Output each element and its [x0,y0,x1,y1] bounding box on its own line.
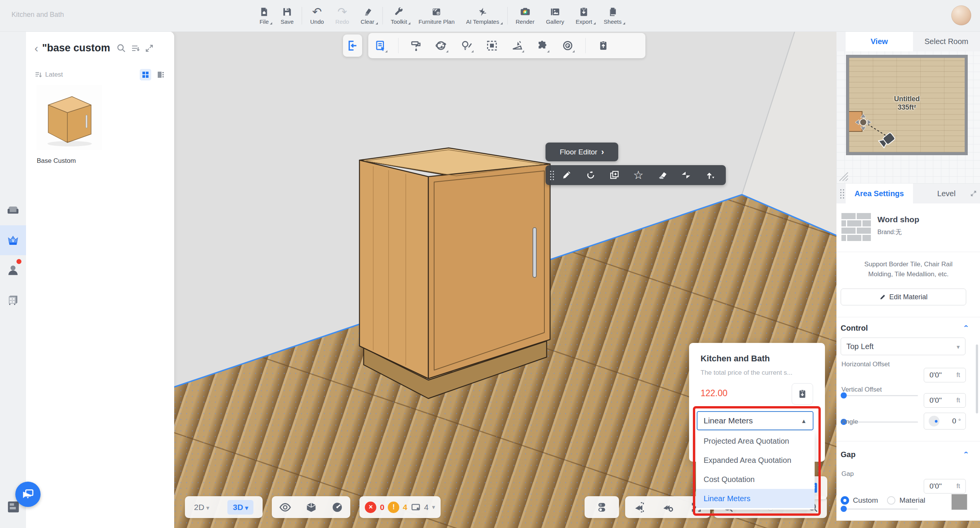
sort-icon[interactable] [34,71,43,79]
panel-scrollbar[interactable] [976,344,978,413]
paint-roller-tool[interactable] [408,37,424,54]
chat-button[interactable] [15,482,41,507]
render-button[interactable]: Render [510,0,540,31]
h-offset-input[interactable]: 0'0'' ft [924,368,966,382]
rotate-button[interactable] [578,165,602,185]
favorite-button[interactable]: ☆ [626,165,650,185]
cabinet-3d[interactable] [359,148,550,398]
export-quote-button[interactable] [792,383,813,405]
gap-custom-label: Custom [853,496,878,505]
grid-view-toggle[interactable] [140,69,151,80]
gap-input[interactable]: 0'0'' ft [924,479,966,494]
edit-material-button[interactable]: Edit Material [841,289,966,305]
tab-area-settings[interactable]: Area Settings [846,184,913,203]
sort-label[interactable]: Latest [45,71,63,79]
render-settings-button[interactable] [585,496,619,518]
cabinet-center-handle[interactable] [860,119,867,126]
gap-color-swatch[interactable] [951,494,967,510]
undo-button[interactable]: ↶ Undo [304,0,330,31]
gap-material-radio[interactable] [887,496,895,505]
elevation-button[interactable] [698,165,722,185]
expand-panel-icon[interactable] [145,44,154,53]
h-offset-slider[interactable] [841,395,918,396]
replace-model-tool[interactable] [434,37,449,54]
target-tool[interactable] [560,37,575,54]
material-thumbnail[interactable] [841,212,872,243]
camera-frame-icon[interactable] [633,501,645,513]
toolbar-separator [382,7,383,25]
rail-storage-item[interactable] [0,285,26,315]
avatar[interactable] [951,5,971,25]
duplicate-button[interactable] [603,165,626,185]
mode-2d-button[interactable]: 2D [194,503,209,512]
search-icon[interactable] [116,43,126,53]
select-region-tool[interactable] [484,37,500,54]
quote-unit-select[interactable]: Linear Meters ▲ [697,411,813,430]
option-projected-area[interactable]: Projected Area Quotation [696,431,815,451]
tab-select-room[interactable]: Select Room [913,31,980,51]
redo-button[interactable]: ↷ Redo [330,0,355,31]
gap-slider[interactable] [841,508,918,510]
product-card[interactable]: Base Custom [37,85,102,165]
issues-group[interactable]: × 0 ! 4 4 [359,496,441,518]
minimap[interactable]: Untitled 335ft² [846,55,968,155]
option-linear-meters[interactable]: Linear Meters [696,489,815,508]
clear-button[interactable]: Clear [355,0,380,31]
material-test-tool[interactable] [510,37,525,54]
control-collapse-icon[interactable]: ⌃ [963,324,969,331]
rail-furniture-item[interactable] [0,195,26,225]
search-query-text[interactable]: "base custom [42,42,110,54]
performance-gauge-icon[interactable] [331,501,343,513]
expand-right-panel-icon[interactable] [970,190,977,197]
save-icon [282,7,292,17]
sheets-button[interactable]: Sheets [598,0,627,31]
clipboard-up-icon [598,40,609,51]
smart-list-tool[interactable] [373,37,388,54]
gap-collapse-icon[interactable]: ⌃ [963,450,969,457]
minimap-overlay [849,58,965,152]
v-offset-value: 0'0'' [929,396,942,405]
save-button[interactable]: Save [275,0,299,31]
anchor-value: Top Left [846,342,874,351]
angle-control[interactable]: 0 ° [924,413,966,430]
camera-icon[interactable] [879,132,895,148]
anchor-select[interactable]: Top Left [841,338,965,355]
export-button[interactable]: Export [570,0,598,31]
exit-room-button[interactable] [343,34,362,57]
scene-screens-icon [411,502,421,512]
rail-vip-library-item[interactable]: V [0,225,26,255]
furniture-plan-button[interactable]: Furniture Plan [413,0,460,31]
wrench-icon [394,7,404,17]
mode-3d-button[interactable]: 3D [227,500,253,515]
control-section-title: Control [841,324,868,333]
camera-settings-icon[interactable] [662,501,674,513]
angle-dial[interactable] [929,416,939,426]
gap-slider-knob[interactable] [841,506,847,512]
cube-view-icon[interactable] [305,502,317,513]
drag-handle-icon[interactable] [549,170,555,180]
plugin-tool[interactable] [535,37,550,54]
resize-hatch-icon[interactable] [839,172,849,182]
clipboard-upload-tool[interactable] [596,37,611,54]
lighting-tool[interactable] [459,37,474,54]
back-chevron-icon[interactable]: ‹ [34,43,38,54]
gallery-button[interactable]: Gallery [540,0,570,31]
gap-custom-radio[interactable] [841,496,849,505]
tab-view[interactable]: View [846,31,913,51]
edit-floor-button[interactable] [555,165,578,185]
toolkit-button[interactable]: Toolkit [385,0,413,31]
filter-icon[interactable] [130,44,141,53]
erase-button[interactable] [650,165,674,185]
v-offset-input[interactable]: 0'0'' ft [924,393,966,408]
drag-handle-icon[interactable] [840,189,845,198]
file-button[interactable]: File [253,0,275,31]
floor-editor-button[interactable]: Floor Editor › [546,143,618,161]
list-view-toggle[interactable] [155,69,167,80]
option-expanded-area[interactable]: Expanded Area Quotation [696,451,815,470]
visibility-icon[interactable] [279,501,291,513]
ai-templates-button[interactable]: AI Templates [461,0,505,31]
chevron-up-icon: ▲ [801,418,807,424]
flip-button[interactable] [674,165,698,185]
rail-profile-item[interactable] [0,255,26,285]
option-cost[interactable]: Cost Quotation [696,470,815,489]
